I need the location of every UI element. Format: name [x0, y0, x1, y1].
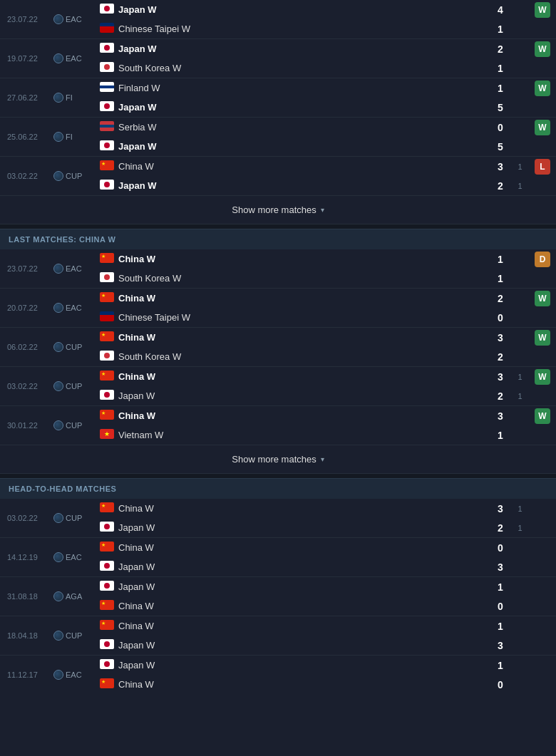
- team-line: China W0: [100, 596, 556, 616]
- flag-wrapper: [100, 581, 115, 593]
- match-date: 14.12.19: [7, 553, 53, 561]
- match-meta: 11.12.17EAC: [0, 656, 100, 694]
- team-name: Japan W: [115, 4, 490, 15]
- team-score: 0: [490, 542, 511, 554]
- flag-wrapper: [100, 600, 115, 612]
- team-score: 1: [490, 83, 511, 94]
- show-more-label: Show more matches: [232, 204, 316, 215]
- team-line: China W1: [100, 616, 556, 636]
- flag-wrapper: [100, 82, 115, 94]
- chevron-down-icon: ▾: [321, 455, 324, 463]
- match-meta: 30.01.22CUP: [0, 406, 100, 445]
- match-meta: 06.02.22CUP: [0, 328, 100, 366]
- flag-chinese-taipei: [100, 23, 114, 33]
- competition-label: EAC: [66, 15, 82, 24]
- competition-label: FI: [66, 93, 73, 102]
- team-line: China W31L: [100, 157, 556, 176]
- team-line: China W2W: [100, 289, 556, 308]
- match-meta: 23.07.22EAC: [0, 249, 100, 288]
- flag-wrapper: [100, 371, 115, 383]
- match-row: 19.07.22EACJapan W2WSouth Korea W1: [0, 39, 556, 78]
- match-competition: EAC: [53, 264, 93, 274]
- match-row: 25.06.22FISerbia W0WJapan W5: [0, 118, 556, 157]
- globe-icon: [53, 552, 63, 562]
- team-line: China W31: [100, 499, 556, 518]
- match-competition: CUP: [53, 342, 93, 352]
- show-more-button[interactable]: Show more matches▾: [0, 445, 556, 474]
- flag-china: [100, 410, 114, 420]
- flag-wrapper: [100, 62, 115, 74]
- match-meta: 23.07.22EAC: [0, 0, 100, 38]
- competition-label: CUP: [66, 514, 82, 522]
- teams-scores: China W31WJapan W21: [100, 367, 556, 405]
- match-meta: 27.06.22FI: [0, 78, 100, 117]
- team-score: 1: [490, 24, 511, 35]
- team-name: China W: [115, 293, 490, 304]
- competition-label: CUP: [66, 382, 82, 390]
- flag-wrapper: [100, 429, 115, 441]
- match-row: 11.12.17EACJapan W1China W0: [0, 656, 556, 694]
- team-score: 1: [490, 660, 511, 671]
- match-row: 03.02.22CUPChina W31WJapan W21: [0, 367, 556, 406]
- result-badge-wrapper: W: [529, 120, 556, 135]
- globe-icon: [53, 513, 63, 523]
- team-line: Japan W5: [100, 137, 556, 156]
- match-competition: CUP: [53, 171, 93, 181]
- flag-vietnam: [100, 429, 114, 439]
- team-line: China W0: [100, 538, 556, 557]
- match-meta: 03.02.22CUP: [0, 157, 100, 195]
- globe-icon: [53, 132, 63, 142]
- flag-japan: [100, 4, 114, 14]
- team-line: Chinese Taipei W1: [100, 19, 556, 38]
- team-line: China W31W: [100, 367, 556, 386]
- team-score: 1: [490, 273, 511, 284]
- flag-wrapper: [100, 121, 115, 133]
- teams-scores: Japan W1China W0: [100, 577, 556, 616]
- result-badge-wrapper: W: [529, 2, 556, 18]
- flag-finland: [100, 82, 114, 92]
- section-header-head-to-head: HEAD-TO-HEAD MATCHES: [0, 478, 556, 499]
- team-line: China W3W: [100, 328, 556, 347]
- team-name: China W: [115, 161, 490, 172]
- flag-wrapper: [100, 351, 115, 363]
- flag-china: [100, 371, 114, 380]
- result-badge-wrapper: W: [529, 81, 556, 96]
- result-badge: W: [535, 369, 550, 385]
- show-more-button[interactable]: Show more matches▾: [0, 196, 556, 224]
- match-competition: CUP: [53, 420, 93, 430]
- match-date: 23.07.22: [7, 15, 53, 24]
- flag-wrapper: [100, 561, 115, 573]
- flag-japan: [100, 561, 114, 571]
- competition-label: FI: [66, 133, 73, 141]
- flag-japan: [100, 522, 114, 532]
- team-line: South Korea W1: [100, 58, 556, 78]
- result-badge-wrapper: W: [529, 369, 556, 385]
- team-extra-score: 1: [511, 524, 529, 532]
- match-meta: 14.12.19EAC: [0, 538, 100, 576]
- team-line: Japan W3: [100, 636, 556, 655]
- team-score: 3: [490, 371, 511, 383]
- flag-wrapper: [100, 659, 115, 671]
- match-date: 27.06.22: [7, 93, 53, 102]
- teams-scores: China W3WSouth Korea W2: [100, 328, 556, 366]
- flag-wrapper: [100, 678, 115, 690]
- team-score: 2: [490, 390, 511, 402]
- team-name: Serbia W: [115, 122, 490, 133]
- team-name: Japan W: [115, 141, 490, 152]
- flag-china: [100, 331, 114, 341]
- team-name: South Korea W: [115, 351, 490, 362]
- globe-icon: [53, 381, 63, 391]
- team-score: 1: [490, 430, 511, 441]
- match-meta: 03.02.22CUP: [0, 367, 100, 405]
- team-score: 0: [490, 312, 511, 323]
- match-row: 27.06.22FIFinland W1WJapan W5: [0, 78, 556, 118]
- team-score: 3: [490, 503, 511, 514]
- teams-scores: China W31LJapan W21: [100, 157, 556, 195]
- flag-serbia: [100, 121, 114, 131]
- team-line: China W0: [100, 675, 556, 694]
- result-badge-wrapper: W: [529, 41, 556, 57]
- team-name: China W: [115, 503, 490, 514]
- match-row: 14.12.19EACChina W0Japan W3: [0, 538, 556, 577]
- match-date: 06.02.22: [7, 343, 53, 351]
- globe-icon: [53, 670, 63, 680]
